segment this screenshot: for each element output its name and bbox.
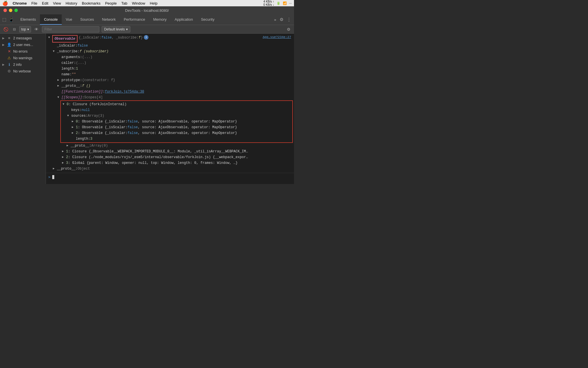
console-tree: Observable {_isScalar: false, _subscribe… [46, 34, 294, 173]
global-3-row[interactable]: 3: Global {parent: Window, opener: null,… [46, 160, 294, 166]
observable-arrow-icon[interactable] [48, 35, 52, 40]
source-2-row[interactable]: 2: Observable {_isScalar: false, source:… [61, 130, 292, 136]
subscribe-arrow-icon[interactable] [53, 49, 57, 54]
close-button[interactable] [3, 9, 7, 12]
context-selector[interactable]: top ▾ [19, 26, 31, 32]
sidebar-errors-label: No errors [13, 49, 28, 53]
tab-application[interactable]: Application [171, 14, 197, 25]
context-arrow-icon: ▾ [27, 27, 29, 31]
info-icon: ℹ [7, 62, 11, 67]
console-input-row[interactable]: > [46, 173, 294, 181]
inspect-icon[interactable]: ⬚ [2, 17, 6, 22]
verbose-icon: ⚙ [7, 69, 11, 73]
closure-2-row[interactable]: 2: Closure (./node_modules/rxjs/_esm5/in… [46, 154, 294, 160]
closure-0-arrow-icon[interactable] [63, 102, 67, 107]
filter-input[interactable] [42, 26, 99, 32]
closure-2-arrow-icon[interactable] [62, 155, 66, 160]
closure-0-row[interactable]: 0: Closure (forkJoinInternal) [61, 101, 292, 107]
menubar-edit[interactable]: Edit [42, 1, 48, 5]
closure-1-row[interactable]: 1: Closure {_Observable__WEBPACK_IMPORTE… [46, 149, 294, 154]
source-2-arrow-icon[interactable] [72, 131, 76, 136]
source-1-arrow-icon[interactable] [72, 125, 76, 130]
messages-icon: ≡ [7, 36, 11, 40]
settings-icon[interactable]: ⚙ [280, 17, 283, 22]
sources-row[interactable]: sources: Array(3) [61, 113, 292, 119]
source-0-arrow-icon[interactable] [72, 119, 76, 124]
closure-1-arrow-icon[interactable] [62, 149, 66, 154]
tab-sources[interactable]: Sources [76, 14, 98, 25]
menubar-tab[interactable]: Tab [121, 1, 127, 5]
clear-console-icon[interactable]: 🚫 [2, 26, 9, 32]
tab-console[interactable]: Console [40, 14, 62, 25]
devtools-tabs: ⬚ 📱 Elements Console Vue Sources Network… [0, 14, 294, 25]
console-prompt: > [48, 175, 51, 179]
menubar-chrome[interactable]: Chrome [13, 1, 27, 5]
clock: ··· [289, 1, 292, 5]
menubar-view[interactable]: View [53, 1, 61, 5]
sidebar-item-user-messages[interactable]: ▶ 👤 2 user mes... [0, 41, 46, 48]
console-toolbar: 🚫 ⊟ top ▾ 👁 Default levels ▾ ⚙ [0, 25, 294, 34]
tab-vue[interactable]: Vue [62, 14, 76, 25]
prototype-row[interactable]: prototype: {constructor: f} [46, 77, 294, 83]
scopes-row[interactable]: [[Scopes]]: Scopes[4] [46, 95, 294, 100]
root-proto-row[interactable]: __proto__: Object [46, 166, 294, 172]
menubar-history[interactable]: History [65, 1, 77, 5]
tab-elements[interactable]: Elements [16, 14, 40, 25]
tab-network[interactable]: Network [98, 14, 120, 25]
menubar-file[interactable]: File [31, 1, 37, 5]
tab-memory[interactable]: Memory [149, 14, 171, 25]
window-controls [3, 9, 18, 12]
arguments-row: arguments: (...) [46, 54, 294, 60]
sources-arrow-icon[interactable] [67, 113, 71, 118]
menubar-help[interactable]: Help [150, 1, 158, 5]
sources-length-row: length: 3 [61, 136, 292, 142]
maximize-button[interactable] [14, 9, 18, 12]
device-icon[interactable]: 📱 [9, 17, 14, 22]
levels-label: Default levels [104, 27, 125, 31]
user-messages-arrow-icon: ▶ [2, 43, 5, 46]
source-0-row[interactable]: 0: Observable {_isScalar: false, source:… [61, 119, 292, 124]
eye-icon[interactable]: 👁 [33, 26, 40, 32]
sidebar-item-messages[interactable]: ▶ ≡ 2 messages [0, 35, 46, 41]
battery-icon: 🔋 [276, 1, 281, 5]
observable-root-row[interactable]: Observable {_isScalar: false, _subscribe… [46, 35, 294, 43]
tab-tools: ⬚ 📱 [0, 14, 16, 25]
messages-arrow-icon: ▶ [2, 37, 5, 40]
console-settings-icon[interactable]: ⚙ [286, 26, 292, 32]
array-proto-row[interactable]: __proto__: Array(0) [46, 143, 294, 149]
sidebar-item-verbose[interactable]: ▶ ⚙ No verbose [0, 68, 46, 74]
minimize-button[interactable] [9, 9, 12, 12]
menubar-window[interactable]: Window [132, 1, 145, 5]
array-proto-arrow-icon[interactable] [67, 143, 71, 148]
sidebar-item-errors[interactable]: ▶ ✕ No errors [0, 48, 46, 55]
menubar: 🍎 Chrome File Edit View History Bookmark… [0, 0, 294, 6]
proto-arrow-icon[interactable] [57, 83, 61, 89]
proto-row[interactable]: __proto__: f () [46, 83, 294, 89]
apple-icon[interactable]: 🍎 [2, 1, 8, 6]
more-options-icon[interactable]: ⋮ [287, 17, 291, 22]
global-3-arrow-icon[interactable] [62, 160, 66, 166]
sidebar-item-info[interactable]: ▶ ℹ 2 info [0, 61, 46, 68]
root-proto-arrow-icon[interactable] [53, 166, 57, 171]
console-output[interactable]: App.vue?234e:27 Observable {_isScalar: f… [46, 34, 294, 184]
sidebar-messages-label: 2 messages [13, 36, 32, 40]
prototype-arrow-icon[interactable] [57, 78, 61, 83]
info-badge[interactable]: i [144, 35, 148, 40]
name-row: name: "" [46, 72, 294, 77]
menubar-people[interactable]: People [105, 1, 117, 5]
scopes-arrow-icon[interactable] [57, 95, 61, 100]
sidebar-item-warnings[interactable]: ▶ ⚠ No warnings [0, 55, 46, 61]
menubar-bookmarks[interactable]: Bookmarks [82, 1, 100, 5]
collapse-icon[interactable]: ⊟ [12, 27, 17, 32]
sidebar-info-label: 2 info [13, 63, 22, 67]
levels-selector[interactable]: Default levels ▾ [102, 26, 130, 32]
length-row: length: 1 [46, 66, 294, 72]
window-title: DevTools - localhost:8080/ [125, 8, 169, 13]
tab-security[interactable]: Security [197, 14, 218, 25]
function-location-link[interactable]: forkJoin.js?54da:30 [105, 89, 144, 94]
source-1-row[interactable]: 1: Observable {_isScalar: false, source:… [61, 124, 292, 130]
tab-performance[interactable]: Performance [120, 14, 149, 25]
wifi-icon: 📶 [283, 1, 287, 5]
subscribe-row[interactable]: _subscribe: f (subscriber) [46, 49, 294, 54]
more-tabs-button[interactable]: » [274, 18, 276, 22]
